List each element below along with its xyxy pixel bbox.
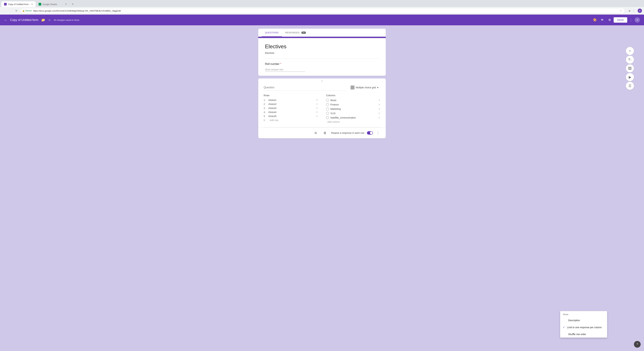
question2-card: ⠿ Multiple choice grid ▾ (258, 78, 386, 138)
form-title-section: Electives Electives (258, 37, 386, 58)
add-col-btn[interactable]: Add column (327, 120, 340, 123)
question2-footer: ⧉ 🗑 Require a response in each row ⋮ (258, 127, 386, 138)
image-icon: 🖼 (628, 66, 632, 70)
grid-layout: Rows 1. choice1 ✕ 2. choice2 ✕ 3. (264, 94, 380, 123)
question2-input[interactable] (264, 85, 346, 90)
col-item-1: Music ✕ (326, 99, 380, 102)
delete-btn[interactable]: 🗑 (322, 130, 328, 136)
sheets-tab-favicon (38, 3, 41, 5)
add-image-btn[interactable]: 🖼 (626, 64, 634, 72)
add-question-btn[interactable]: + (626, 47, 634, 55)
col5-radio (326, 116, 329, 119)
folder-icon[interactable]: 📁 (41, 18, 45, 22)
require-label: Require a response in each row (331, 132, 364, 134)
url-text[interactable]: https://docs.google.com/forms/d/1CtrkfEt… (33, 9, 618, 12)
add-row-item: 6. Add row (264, 119, 318, 121)
add-video-btn[interactable]: ▶ (626, 73, 634, 81)
description-label: Description (568, 319, 580, 322)
reload-nav-btn[interactable]: ↻ (14, 8, 19, 13)
header-icons: 🎨 👁 ⚙ SEND ⋮ A (592, 16, 640, 23)
form-tab-close[interactable]: ✕ (31, 3, 33, 5)
questions-tab[interactable]: QUESTIONS (262, 29, 282, 36)
tabs-bar: QUESTIONS RESPONSES 25 (258, 29, 386, 37)
question-type-btn[interactable]: Multiple choice grid ▾ (349, 84, 380, 91)
tab-bar: Copy of Untitled form - ✕ Google Sheets … (0, 0, 644, 7)
sheets-tab[interactable]: Google Sheets ✕ (36, 1, 70, 7)
browser-nav: ← → ↻ 🔒 Secure https://docs.google.com/f… (0, 7, 644, 14)
bookmark-icon[interactable]: ☆ (619, 9, 623, 12)
help-icon: ? (636, 343, 638, 346)
shuffle-row-menu-item[interactable]: Shuffle row order (560, 331, 607, 338)
saved-text: All changes saved in Drive (54, 19, 79, 21)
row2-delete-btn[interactable]: ✕ (316, 103, 318, 105)
shuffle-label: Shuffle row order (568, 333, 586, 336)
col4-radio (326, 112, 329, 115)
add-section-btn[interactable]: ☰ (626, 82, 634, 90)
description-menu-item[interactable]: Description (560, 317, 607, 324)
rows-header: Rows (264, 94, 318, 99)
col1-radio (326, 99, 329, 102)
short-answer-input[interactable] (265, 67, 305, 72)
limit-response-menu-item[interactable]: ✓ Limit to one response per column (560, 324, 607, 331)
form-main-title[interactable]: Electives (265, 43, 379, 50)
browser-profile-btn[interactable]: A (638, 8, 642, 13)
form-container: QUESTIONS RESPONSES 25 Electives Electiv… (258, 29, 386, 345)
type-chevron-icon: ▾ (377, 86, 378, 89)
browser-icons: ⊞ ⋮ (628, 9, 636, 12)
row1-delete-btn[interactable]: ✕ (316, 99, 318, 101)
row4-delete-btn[interactable]: ✕ (316, 111, 318, 113)
palette-btn[interactable]: 🎨 (592, 16, 598, 23)
question2-inner: Multiple choice grid ▾ Rows 1. choice1 ✕ (258, 84, 386, 127)
forward-nav-btn[interactable]: → (8, 8, 13, 13)
duplicate-btn[interactable]: ⧉ (312, 130, 319, 136)
row-item-2: 2. choice2 ✕ (264, 103, 318, 105)
question-type-label: Multiple choice grid (356, 86, 376, 89)
form-tab-favicon (4, 3, 7, 5)
form-tab[interactable]: Copy of Untitled form - ✕ (1, 1, 36, 7)
limit-label: Limit to one response per column (567, 326, 602, 329)
col4-delete-btn[interactable]: ✕ (378, 112, 380, 115)
form-title-card: QUESTIONS RESPONSES 25 Electives Electiv… (258, 29, 386, 76)
response-count-badge: 25 (301, 31, 306, 34)
col5-delete-btn[interactable]: ✕ (378, 116, 380, 119)
secure-badge: 🔒 Secure (22, 9, 32, 12)
header-more-btn[interactable]: ⋮ (628, 16, 634, 23)
row-item-1: 1. choice1 ✕ (264, 99, 318, 101)
footer-more-btn[interactable]: ⋮ (376, 130, 380, 136)
browser-more-icon[interactable]: ⋮ (632, 9, 636, 12)
preview-btn[interactable]: 👁 (599, 16, 606, 23)
back-btn[interactable]: ← (4, 18, 8, 22)
address-bar[interactable]: 🔒 Secure https://docs.google.com/forms/d… (20, 8, 625, 13)
col2-radio (326, 103, 329, 106)
browser-chrome: Copy of Untitled form - ✕ Google Sheets … (0, 0, 644, 14)
col1-delete-btn[interactable]: ✕ (378, 99, 380, 102)
lock-icon: 🔒 (22, 9, 25, 12)
row5-delete-btn[interactable]: ✕ (316, 115, 318, 117)
require-toggle[interactable] (367, 131, 373, 135)
row3-delete-btn[interactable]: ✕ (316, 107, 318, 109)
responses-tab[interactable]: RESPONSES 25 (282, 29, 309, 36)
form-description[interactable]: Electives (265, 52, 379, 54)
drag-handle[interactable]: ⠿ (258, 78, 386, 84)
toggle-thumb (370, 132, 373, 134)
user-avatar[interactable]: A (634, 17, 640, 23)
video-icon: ▶ (629, 75, 631, 79)
help-btn[interactable]: ? (634, 341, 641, 348)
col3-delete-btn[interactable]: ✕ (378, 108, 380, 110)
add-row-btn[interactable]: Add row (270, 119, 278, 121)
star-icon[interactable]: ☆ (48, 18, 51, 22)
col2-delete-btn[interactable]: ✕ (378, 103, 380, 106)
new-tab-btn[interactable]: + (70, 2, 75, 6)
extensions-icon[interactable]: ⊞ (628, 9, 631, 12)
sheets-tab-close[interactable]: ✕ (65, 3, 67, 5)
add-col-item: Add column (326, 120, 380, 123)
row-item-3: 3. choice3 ✕ (264, 107, 318, 109)
sheets-tab-label: Google Sheets (42, 3, 57, 5)
col-item-3: Marketing ✕ (326, 107, 380, 110)
settings-btn[interactable]: ⚙ (606, 16, 613, 23)
secure-label: Secure (25, 9, 32, 12)
back-nav-btn[interactable]: ← (2, 8, 7, 13)
main-content: QUESTIONS RESPONSES 25 Electives Electiv… (0, 25, 644, 348)
add-title-btn[interactable]: T↕ (626, 56, 634, 64)
send-btn[interactable]: SEND (614, 17, 627, 23)
